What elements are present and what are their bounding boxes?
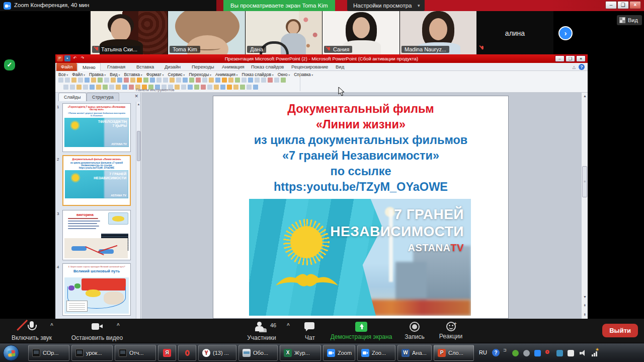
network-icon[interactable] xyxy=(592,350,599,356)
battery-icon[interactable] xyxy=(568,350,574,356)
menu-item[interactable]: Переходы xyxy=(189,72,211,77)
next-slide-icon[interactable]: ⇟ xyxy=(582,313,588,317)
undo-icon[interactable] xyxy=(72,55,78,61)
slide-thumbnail-3[interactable]: викторина xyxy=(62,210,131,260)
taskbar-item-folder[interactable]: урок... xyxy=(71,345,113,361)
tray-icon-gray[interactable] xyxy=(523,350,530,356)
volume-icon[interactable] xyxy=(580,350,587,356)
menu-item[interactable]: Справка xyxy=(294,72,313,77)
reactions-button[interactable]: Реакции xyxy=(435,321,467,340)
menu-item[interactable]: Окно xyxy=(278,72,290,77)
taskbar-item-folder[interactable]: СОр... xyxy=(28,345,69,361)
scroll-up-icon[interactable]: ▲ xyxy=(582,94,588,98)
chat-button[interactable]: Чат xyxy=(298,321,322,341)
next-participants-button[interactable] xyxy=(558,26,573,40)
tab-animation[interactable]: Анимация xyxy=(217,63,249,71)
tab-view[interactable]: Вид xyxy=(331,63,349,71)
panel-close-icon[interactable] xyxy=(134,94,138,99)
save-icon[interactable] xyxy=(64,55,70,61)
current-slide[interactable]: Документальный фильм «Линии жизни» из ци… xyxy=(213,96,509,319)
tray-icon-opera[interactable] xyxy=(545,350,549,354)
taskbar-item-zoom[interactable]: Zoom xyxy=(323,345,355,361)
tray-icon-zoom[interactable] xyxy=(534,350,541,356)
scrollbar-thumb[interactable] xyxy=(137,131,140,161)
slide-thumbnail-1[interactable]: «Тәуелсіздіктің 7 қыры» циклындағы «Бола… xyxy=(62,103,131,152)
menu-item[interactable]: Вставка xyxy=(124,72,142,77)
video-options-chevron[interactable] xyxy=(117,323,120,328)
muted-mic-icon xyxy=(95,47,99,52)
maximize-icon[interactable] xyxy=(617,1,629,9)
tab-slides[interactable]: Слайды xyxy=(58,93,87,101)
menu-item[interactable]: Все xyxy=(58,72,68,77)
taskbar-item-zoom-meeting[interactable]: Zoo... xyxy=(357,345,395,361)
tab-file[interactable]: Файл xyxy=(56,63,77,71)
menu-item[interactable]: Формат xyxy=(146,72,164,77)
previous-slide-icon[interactable]: ⇞ xyxy=(582,304,588,308)
taskbar-item-excel[interactable]: Жур... xyxy=(280,345,321,361)
taskbar-item-opera[interactable] xyxy=(178,345,196,361)
slide-scrollbar[interactable]: ▲ ▼ ⇞ ⇟ xyxy=(581,93,588,319)
participant-tile[interactable]: Сания xyxy=(323,11,399,54)
audio-options-chevron[interactable] xyxy=(50,323,53,328)
tray-icon-green[interactable] xyxy=(512,350,519,356)
tab-menu[interactable]: Меню xyxy=(77,63,101,71)
menu-item[interactable]: Анимация xyxy=(215,72,238,77)
redo-icon[interactable] xyxy=(79,55,86,61)
tray-expand-icon[interactable] xyxy=(503,348,507,352)
panel-scrollbar[interactable]: ▲ xyxy=(136,102,140,319)
minimize-icon[interactable] xyxy=(555,55,565,62)
close-icon[interactable] xyxy=(629,1,641,9)
viewing-screen-banner: Вы просматриваете экран Toma Kim xyxy=(223,0,335,11)
participants-button[interactable]: 46 Участники xyxy=(240,321,283,341)
menu-item[interactable]: Показ слайдов xyxy=(242,72,274,77)
participant-tile[interactable]: Madina Nauryz... xyxy=(400,11,476,54)
menu-item[interactable]: Вид xyxy=(110,72,120,77)
tab-outline[interactable]: Структура xyxy=(87,93,119,101)
scrollbar-thumb[interactable] xyxy=(582,166,587,197)
menu-item[interactable]: Файл xyxy=(72,72,85,77)
zoom-meeting-window: Zoom Конференция, 40 мин Вы просматривае… xyxy=(0,0,644,362)
menu-item[interactable]: Правка xyxy=(89,72,106,77)
ribbon-collapse-icon[interactable] xyxy=(573,65,576,69)
toolbar-icons-row[interactable] xyxy=(58,78,286,83)
tab-review[interactable]: Рецензирование xyxy=(287,63,333,71)
view-settings-dropdown[interactable]: Настройки просмотра xyxy=(347,0,425,11)
taskbar-item-word[interactable]: Ана... xyxy=(397,345,432,361)
tab-slideshow[interactable]: Показ слайдов xyxy=(247,63,288,71)
stop-video-button[interactable]: Остановить видео xyxy=(64,321,130,341)
participant-tile[interactable]: Toma Kim xyxy=(168,11,245,54)
scroll-down-icon[interactable]: ▼ xyxy=(582,295,588,299)
minimize-icon[interactable] xyxy=(605,1,617,9)
taskbar-item-folder[interactable]: Отч... xyxy=(115,345,156,361)
tab-insert[interactable]: Вставка xyxy=(132,63,158,71)
view-button[interactable]: Вид xyxy=(617,15,642,25)
help-tray-icon[interactable] xyxy=(492,349,500,356)
tab-transitions[interactable]: Переходы xyxy=(187,63,219,71)
participant-tile[interactable]: Дана xyxy=(246,11,322,54)
taskbar-item-yandex-browser[interactable]: (13) ... xyxy=(198,345,236,361)
participant-tile[interactable]: алина xyxy=(476,11,553,54)
share-screen-button[interactable]: Демонстрация экрана xyxy=(326,321,396,340)
help-icon[interactable] xyxy=(579,64,585,70)
scroll-up-icon[interactable]: ▲ xyxy=(136,103,141,106)
tab-home[interactable]: Главная xyxy=(103,63,130,71)
zoom-control-bar: Включить звук Остановить видео 46 Участн… xyxy=(0,319,644,343)
taskbar-item-scanner[interactable]: Обо... xyxy=(238,345,278,361)
participants-chevron[interactable] xyxy=(287,323,290,328)
slide-link[interactable]: https:youtu.be/TZyM_OYaOWE xyxy=(213,179,508,195)
taskbar-item-yandex[interactable] xyxy=(158,345,176,361)
menu-item[interactable]: Сервис xyxy=(168,72,185,77)
close-icon[interactable] xyxy=(576,55,586,62)
tab-design[interactable]: Дизайн xyxy=(160,63,185,71)
leave-button[interactable]: Выйти xyxy=(602,324,638,337)
maximize-icon[interactable] xyxy=(566,55,575,62)
slide-thumbnail-2-selected[interactable]: Документальный фильм «Линии жизни» из ци… xyxy=(62,155,131,206)
tray-icon-teal[interactable] xyxy=(556,350,563,356)
taskbar-item-powerpoint[interactable]: Сло... xyxy=(434,345,474,361)
powerpoint-title-bar[interactable]: Презентация Microsoft PowerPoint (2) - M… xyxy=(55,54,588,63)
record-button[interactable]: Запись xyxy=(400,321,429,340)
slide-thumbnail-4[interactable]: 4. Через какие страны проходил Великий ш… xyxy=(62,263,131,316)
start-button[interactable] xyxy=(3,345,19,361)
participant-tile[interactable]: Татьяна Ски... xyxy=(91,11,168,54)
language-indicator[interactable]: RU xyxy=(479,349,487,355)
